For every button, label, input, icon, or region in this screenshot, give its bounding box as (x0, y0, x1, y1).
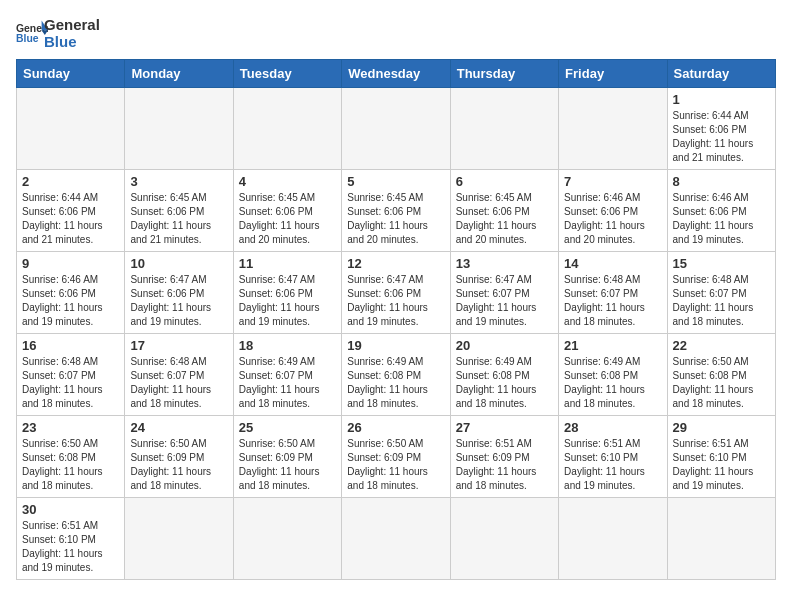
col-header-wednesday: Wednesday (342, 59, 450, 87)
calendar-cell: 17Sunrise: 6:48 AMSunset: 6:07 PMDayligh… (125, 333, 233, 415)
day-info: Sunrise: 6:50 AMSunset: 6:08 PMDaylight:… (673, 355, 770, 411)
day-info: Sunrise: 6:44 AMSunset: 6:06 PMDaylight:… (673, 109, 770, 165)
col-header-saturday: Saturday (667, 59, 775, 87)
calendar-cell: 10Sunrise: 6:47 AMSunset: 6:06 PMDayligh… (125, 251, 233, 333)
week-row-3: 16Sunrise: 6:48 AMSunset: 6:07 PMDayligh… (17, 333, 776, 415)
day-info: Sunrise: 6:51 AMSunset: 6:10 PMDaylight:… (22, 519, 119, 575)
calendar-cell: 4Sunrise: 6:45 AMSunset: 6:06 PMDaylight… (233, 169, 341, 251)
calendar-cell: 20Sunrise: 6:49 AMSunset: 6:08 PMDayligh… (450, 333, 558, 415)
day-number: 15 (673, 256, 770, 271)
day-number: 20 (456, 338, 553, 353)
header: General Blue General Blue (16, 16, 776, 51)
day-number: 30 (22, 502, 119, 517)
day-number: 3 (130, 174, 227, 189)
day-info: Sunrise: 6:51 AMSunset: 6:10 PMDaylight:… (673, 437, 770, 493)
calendar-cell (559, 87, 667, 169)
day-info: Sunrise: 6:51 AMSunset: 6:10 PMDaylight:… (564, 437, 661, 493)
day-info: Sunrise: 6:48 AMSunset: 6:07 PMDaylight:… (564, 273, 661, 329)
week-row-2: 9Sunrise: 6:46 AMSunset: 6:06 PMDaylight… (17, 251, 776, 333)
calendar: SundayMondayTuesdayWednesdayThursdayFrid… (16, 59, 776, 580)
day-number: 22 (673, 338, 770, 353)
calendar-cell (667, 497, 775, 579)
day-info: Sunrise: 6:49 AMSunset: 6:08 PMDaylight:… (564, 355, 661, 411)
day-number: 29 (673, 420, 770, 435)
day-number: 12 (347, 256, 444, 271)
calendar-cell: 14Sunrise: 6:48 AMSunset: 6:07 PMDayligh… (559, 251, 667, 333)
calendar-cell: 1Sunrise: 6:44 AMSunset: 6:06 PMDaylight… (667, 87, 775, 169)
calendar-cell: 16Sunrise: 6:48 AMSunset: 6:07 PMDayligh… (17, 333, 125, 415)
day-number: 13 (456, 256, 553, 271)
day-info: Sunrise: 6:50 AMSunset: 6:09 PMDaylight:… (130, 437, 227, 493)
day-info: Sunrise: 6:51 AMSunset: 6:09 PMDaylight:… (456, 437, 553, 493)
day-info: Sunrise: 6:46 AMSunset: 6:06 PMDaylight:… (564, 191, 661, 247)
calendar-cell (233, 87, 341, 169)
day-number: 7 (564, 174, 661, 189)
day-number: 25 (239, 420, 336, 435)
day-info: Sunrise: 6:49 AMSunset: 6:08 PMDaylight:… (456, 355, 553, 411)
calendar-cell (559, 497, 667, 579)
calendar-cell (125, 87, 233, 169)
day-number: 24 (130, 420, 227, 435)
calendar-cell: 30Sunrise: 6:51 AMSunset: 6:10 PMDayligh… (17, 497, 125, 579)
day-info: Sunrise: 6:47 AMSunset: 6:06 PMDaylight:… (239, 273, 336, 329)
calendar-cell (450, 497, 558, 579)
day-info: Sunrise: 6:45 AMSunset: 6:06 PMDaylight:… (347, 191, 444, 247)
calendar-cell: 8Sunrise: 6:46 AMSunset: 6:06 PMDaylight… (667, 169, 775, 251)
day-number: 9 (22, 256, 119, 271)
calendar-cell (450, 87, 558, 169)
day-info: Sunrise: 6:45 AMSunset: 6:06 PMDaylight:… (456, 191, 553, 247)
day-number: 1 (673, 92, 770, 107)
calendar-cell: 27Sunrise: 6:51 AMSunset: 6:09 PMDayligh… (450, 415, 558, 497)
day-info: Sunrise: 6:47 AMSunset: 6:06 PMDaylight:… (347, 273, 444, 329)
calendar-cell: 13Sunrise: 6:47 AMSunset: 6:07 PMDayligh… (450, 251, 558, 333)
col-header-thursday: Thursday (450, 59, 558, 87)
day-info: Sunrise: 6:45 AMSunset: 6:06 PMDaylight:… (239, 191, 336, 247)
day-number: 21 (564, 338, 661, 353)
calendar-cell: 18Sunrise: 6:49 AMSunset: 6:07 PMDayligh… (233, 333, 341, 415)
day-info: Sunrise: 6:50 AMSunset: 6:09 PMDaylight:… (347, 437, 444, 493)
calendar-cell: 2Sunrise: 6:44 AMSunset: 6:06 PMDaylight… (17, 169, 125, 251)
col-header-friday: Friday (559, 59, 667, 87)
svg-text:Blue: Blue (16, 33, 39, 44)
calendar-cell (342, 497, 450, 579)
day-info: Sunrise: 6:50 AMSunset: 6:09 PMDaylight:… (239, 437, 336, 493)
calendar-header-row: SundayMondayTuesdayWednesdayThursdayFrid… (17, 59, 776, 87)
calendar-cell (233, 497, 341, 579)
calendar-cell: 25Sunrise: 6:50 AMSunset: 6:09 PMDayligh… (233, 415, 341, 497)
calendar-cell (125, 497, 233, 579)
calendar-cell: 6Sunrise: 6:45 AMSunset: 6:06 PMDaylight… (450, 169, 558, 251)
day-info: Sunrise: 6:50 AMSunset: 6:08 PMDaylight:… (22, 437, 119, 493)
day-number: 28 (564, 420, 661, 435)
calendar-cell: 19Sunrise: 6:49 AMSunset: 6:08 PMDayligh… (342, 333, 450, 415)
day-number: 17 (130, 338, 227, 353)
day-number: 26 (347, 420, 444, 435)
calendar-cell: 9Sunrise: 6:46 AMSunset: 6:06 PMDaylight… (17, 251, 125, 333)
day-info: Sunrise: 6:49 AMSunset: 6:07 PMDaylight:… (239, 355, 336, 411)
calendar-cell (342, 87, 450, 169)
logo: General Blue General Blue (16, 16, 100, 51)
day-number: 14 (564, 256, 661, 271)
day-number: 5 (347, 174, 444, 189)
calendar-cell: 3Sunrise: 6:45 AMSunset: 6:06 PMDaylight… (125, 169, 233, 251)
week-row-1: 2Sunrise: 6:44 AMSunset: 6:06 PMDaylight… (17, 169, 776, 251)
calendar-cell: 23Sunrise: 6:50 AMSunset: 6:08 PMDayligh… (17, 415, 125, 497)
calendar-cell: 22Sunrise: 6:50 AMSunset: 6:08 PMDayligh… (667, 333, 775, 415)
day-number: 6 (456, 174, 553, 189)
calendar-cell: 15Sunrise: 6:48 AMSunset: 6:07 PMDayligh… (667, 251, 775, 333)
col-header-monday: Monday (125, 59, 233, 87)
day-info: Sunrise: 6:46 AMSunset: 6:06 PMDaylight:… (673, 191, 770, 247)
calendar-cell: 7Sunrise: 6:46 AMSunset: 6:06 PMDaylight… (559, 169, 667, 251)
calendar-cell: 12Sunrise: 6:47 AMSunset: 6:06 PMDayligh… (342, 251, 450, 333)
day-number: 11 (239, 256, 336, 271)
day-number: 23 (22, 420, 119, 435)
day-info: Sunrise: 6:47 AMSunset: 6:06 PMDaylight:… (130, 273, 227, 329)
day-info: Sunrise: 6:44 AMSunset: 6:06 PMDaylight:… (22, 191, 119, 247)
calendar-cell: 29Sunrise: 6:51 AMSunset: 6:10 PMDayligh… (667, 415, 775, 497)
day-info: Sunrise: 6:48 AMSunset: 6:07 PMDaylight:… (130, 355, 227, 411)
day-number: 16 (22, 338, 119, 353)
logo-general: General (44, 16, 100, 33)
day-number: 18 (239, 338, 336, 353)
day-number: 4 (239, 174, 336, 189)
day-info: Sunrise: 6:48 AMSunset: 6:07 PMDaylight:… (22, 355, 119, 411)
calendar-cell: 5Sunrise: 6:45 AMSunset: 6:06 PMDaylight… (342, 169, 450, 251)
